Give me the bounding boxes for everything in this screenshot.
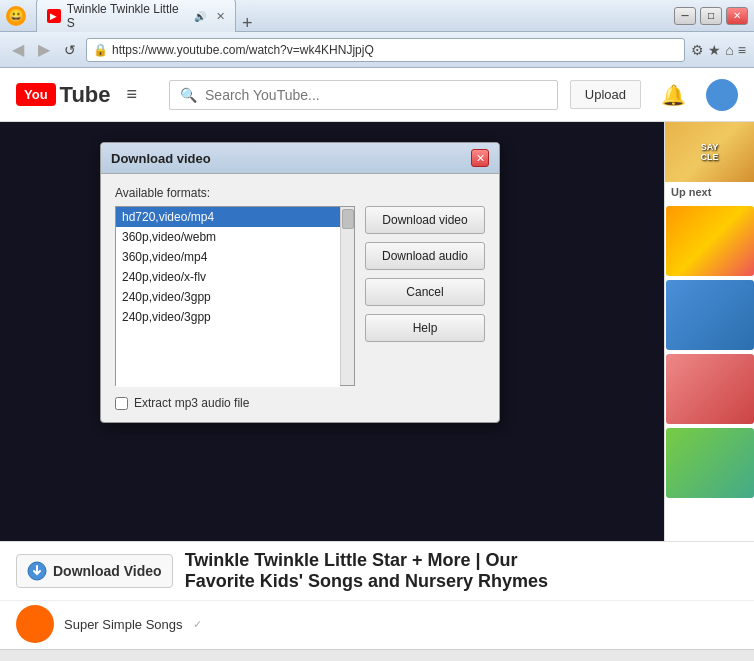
nav-right-buttons: ⚙ ★ ⌂ ≡ [691,42,746,58]
sidebar-featured-text: SAYCLE [701,142,719,162]
video-title-line1: Twinkle Twinkle Little Star + More | Our [185,550,548,571]
svg-text:▶: ▶ [50,12,57,21]
download-icon [27,561,47,581]
modal-close-icon: ✕ [476,152,485,165]
extensions-icon[interactable]: ⚙ [691,42,704,58]
lock-icon: 🔒 [93,43,108,57]
up-next-label: Up next [665,182,754,202]
bookmark-icon[interactable]: ★ [708,42,721,58]
format-item[interactable]: 360p,video/webm [116,227,340,247]
modal-row: hd720,video/mp4360p,video/webm360p,video… [115,206,485,386]
sidebar-thumb-4[interactable] [666,428,754,498]
back-button[interactable]: ◀ [8,38,28,61]
format-item[interactable]: hd720,video/mp4 [116,207,340,227]
modal-title-bar: Download video ✕ [101,143,499,174]
home-icon[interactable]: ⌂ [725,42,733,58]
tab-bar: ▶ Twinkle Twinkle Little S 🔊 ✕ + [36,0,674,34]
extract-mp3-label[interactable]: Extract mp3 audio file [134,396,249,410]
format-scrollbar[interactable] [340,207,354,385]
youtube-logo-text: Tube [60,82,111,108]
bell-icon[interactable]: 🔔 [661,83,686,107]
download-video-bottom-label: Download Video [53,563,162,579]
window-controls: ─ □ ✕ [674,7,748,25]
main-content: Download video ✕ Available formats: hd72… [0,122,754,541]
download-video-button[interactable]: Download video [365,206,485,234]
address-bar[interactable]: 🔒 https://www.youtube.com/watch?v=wk4KHN… [86,38,685,62]
cancel-button[interactable]: Cancel [365,278,485,306]
sidebar-thumb-3[interactable] [666,354,754,424]
video-title-line2: Favorite Kids' Songs and Nursery Rhymes [185,571,548,592]
download-audio-button[interactable]: Download audio [365,242,485,270]
modal-body: Available formats: hd720,video/mp4360p,v… [101,174,499,422]
download-video-bottom-button[interactable]: Download Video [16,554,173,588]
video-title-container: Twinkle Twinkle Little Star + More | Our… [185,550,548,592]
format-buttons: Download video Download audio Cancel Hel… [365,206,485,386]
tab-title: Twinkle Twinkle Little S [67,2,188,30]
minimize-button[interactable]: ─ [674,7,696,25]
tab-favicon: ▶ [47,9,61,23]
youtube-header: You Tube ≡ 🔍 Upload 🔔 [0,68,754,122]
browser-icon: 😀 [6,6,26,26]
channel-bar: Super Simple Songs ✓ [0,600,754,649]
user-avatar[interactable] [706,79,738,111]
upload-button[interactable]: Upload [570,80,641,109]
download-video-modal: Download video ✕ Available formats: hd72… [100,142,500,423]
menu-icon[interactable]: ≡ [738,42,746,58]
extract-mp3-checkbox[interactable] [115,397,128,410]
modal-close-button[interactable]: ✕ [471,149,489,167]
tab-close-button[interactable]: ✕ [216,10,225,23]
sidebar-thumbs [665,202,754,502]
sidebar-thumb-1[interactable] [666,206,754,276]
right-sidebar: SAYCLE Up next [664,122,754,541]
active-tab[interactable]: ▶ Twinkle Twinkle Little S 🔊 ✕ [36,0,236,34]
format-item[interactable]: 240p,video/3gpp [116,287,340,307]
youtube-logo-box: You [16,83,56,106]
extract-mp3-row: Extract mp3 audio file [115,396,485,410]
scroll-bar[interactable] [0,649,754,661]
tab-audio-icon: 🔊 [194,11,206,22]
search-bar[interactable]: 🔍 [169,80,558,110]
channel-name[interactable]: Super Simple Songs [64,617,183,632]
formats-label: Available formats: [115,186,485,200]
scrollbar-thumb [342,209,354,229]
sidebar-thumb-2[interactable] [666,280,754,350]
format-item[interactable]: 240p,video/x-flv [116,267,340,287]
modal-title: Download video [111,151,211,166]
search-input[interactable] [205,87,547,103]
yt-menu-button[interactable]: ≡ [127,84,138,105]
format-listbox[interactable]: hd720,video/mp4360p,video/webm360p,video… [116,207,340,387]
browser-window: 😀 ▶ Twinkle Twinkle Little S 🔊 ✕ + ─ □ ✕… [0,0,754,661]
format-item[interactable]: 240p,video/3gpp [116,307,340,327]
channel-avatar[interactable] [16,605,54,643]
search-icon: 🔍 [180,87,197,103]
refresh-button[interactable]: ↺ [60,40,80,60]
modal-overlay: Download video ✕ Available formats: hd72… [0,122,664,541]
youtube-logo[interactable]: You Tube [16,82,111,108]
help-button[interactable]: Help [365,314,485,342]
nav-bar: ◀ ▶ ↺ 🔒 https://www.youtube.com/watch?v=… [0,32,754,68]
format-item[interactable]: 360p,video/mp4 [116,247,340,267]
maximize-button[interactable]: □ [700,7,722,25]
title-bar: 😀 ▶ Twinkle Twinkle Little S 🔊 ✕ + ─ □ ✕ [0,0,754,32]
bottom-title-bar: Download Video Twinkle Twinkle Little St… [0,541,754,600]
verified-icon: ✓ [193,618,202,631]
format-listbox-container: hd720,video/mp4360p,video/webm360p,video… [115,206,355,386]
forward-button[interactable]: ▶ [34,38,54,61]
video-area: Download video ✕ Available formats: hd72… [0,122,664,541]
new-tab-button[interactable]: + [242,13,253,34]
close-button[interactable]: ✕ [726,7,748,25]
url-text: https://www.youtube.com/watch?v=wk4KHNJj… [112,43,678,57]
